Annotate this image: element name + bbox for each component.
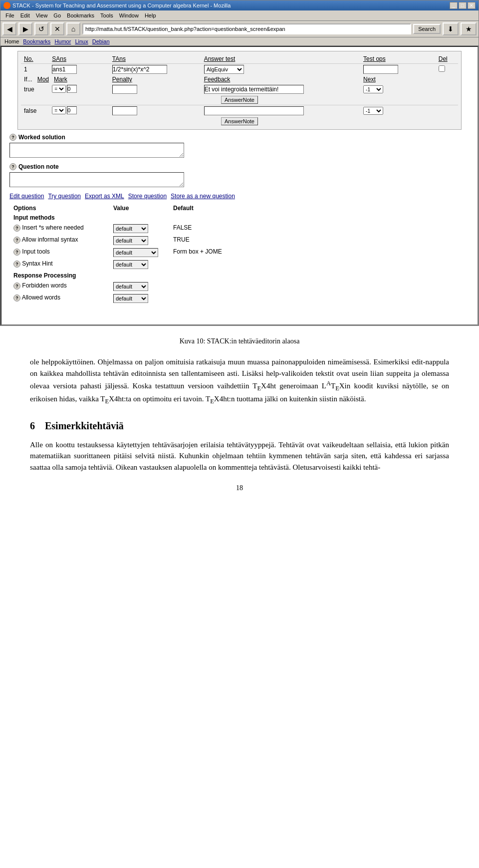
back-button[interactable]: ◀: [2, 22, 16, 35]
menu-bookmarks[interactable]: Bookmarks: [64, 11, 97, 19]
false-score-input[interactable]: [67, 106, 77, 114]
section-heading: 6 Esimerkkitehtäviä: [30, 418, 449, 433]
response-processing-label: Response Processing: [9, 271, 470, 281]
answer-note-button-2[interactable]: AnswerNote: [221, 117, 258, 125]
row1-tans: [109, 64, 201, 75]
true-feedback-input[interactable]: [204, 85, 304, 94]
worked-solution-section: ? Worked solution: [9, 134, 470, 159]
maximize-button[interactable]: □: [459, 2, 467, 9]
informal-syntax-help-icon[interactable]: ?: [13, 237, 20, 244]
false-row: false = -1: [21, 105, 458, 117]
worked-solution-input[interactable]: [9, 143, 184, 158]
true-eq-val: =: [49, 84, 109, 94]
menu-view[interactable]: View: [33, 11, 51, 19]
forward-button[interactable]: ▶: [18, 22, 32, 35]
home-button[interactable]: ⌂: [66, 22, 80, 35]
stop-button[interactable]: ✕: [50, 22, 64, 35]
test-ops-input[interactable]: [363, 65, 398, 74]
body-paragraph-1: ole helppokäyttöinen. Ohjelmassa on palj…: [30, 356, 449, 406]
bookmarks-bar: Home Bookmarks Humor Linux Debian: [0, 37, 479, 46]
false-label: false: [21, 105, 49, 117]
list-item: ? Insert *s where needed default FALSE: [9, 223, 470, 235]
input-tools-select[interactable]: default: [113, 248, 158, 257]
window-title: STACK - System for Teaching and Assessme…: [12, 2, 231, 8]
body-paragraph-2: Alle on koottu testauksessa käytettyjen …: [30, 439, 449, 473]
edit-question-link[interactable]: Edit question: [9, 193, 44, 200]
syntax-hint-default: [169, 259, 470, 271]
input-methods-label: Input methods: [9, 213, 470, 223]
forbidden-words-select[interactable]: default: [113, 282, 148, 291]
insert-star-help-icon[interactable]: ?: [13, 225, 20, 232]
sans-input[interactable]: [52, 65, 77, 74]
informal-syntax-default: TRUE: [169, 235, 470, 247]
true-score-input[interactable]: [67, 85, 77, 93]
menu-tools[interactable]: Tools: [97, 11, 116, 19]
home-bookmark[interactable]: Home: [4, 38, 19, 44]
default-col-header: Default: [169, 204, 470, 213]
true-eq-select[interactable]: =: [52, 85, 66, 93]
linux-bookmark[interactable]: Linux: [75, 38, 88, 44]
bookmark-button[interactable]: ★: [461, 22, 477, 35]
menu-window[interactable]: Window: [116, 11, 142, 19]
allowed-words-help-icon[interactable]: ?: [13, 294, 20, 301]
false-next-select[interactable]: -1: [363, 107, 383, 115]
answer-test-select[interactable]: AlgEquiv: [204, 65, 244, 74]
answer-note-button-1[interactable]: AnswerNote: [221, 96, 258, 104]
bookmarks-bookmark[interactable]: Bookmarks: [23, 38, 50, 44]
input-tools-help-icon[interactable]: ?: [13, 249, 20, 256]
syntax-hint-help-icon[interactable]: ?: [13, 261, 20, 268]
allowed-words-default: [169, 292, 470, 304]
response-processing-header-row: Response Processing: [9, 271, 470, 281]
menu-edit[interactable]: Edit: [17, 11, 33, 19]
menu-file[interactable]: File: [2, 11, 17, 19]
browser-window: STACK - System for Teaching and Assessme…: [0, 0, 479, 326]
store-question-link[interactable]: Store question: [128, 193, 167, 200]
question-note-input[interactable]: [9, 172, 184, 187]
forbidden-words-default: [169, 281, 470, 292]
section-title: Esimerkkitehtäviä: [45, 420, 124, 431]
close-button[interactable]: ✕: [468, 2, 476, 9]
store-new-question-link[interactable]: Store as a new question: [171, 193, 235, 200]
list-item: ? Allowed words default: [9, 292, 470, 304]
syntax-hint-select[interactable]: default: [113, 260, 148, 269]
insert-star-select[interactable]: default: [113, 224, 148, 233]
input-methods-header-row: Input methods: [9, 213, 470, 223]
figure-caption: Kuva 10: STACK:in tehtäväeditorin alaosa: [30, 336, 449, 346]
stack-form: No. SAns TAns Answer test Test ops Del 1: [1, 47, 478, 308]
true-next-select[interactable]: -1: [363, 85, 383, 93]
worked-solution-help-icon[interactable]: ?: [9, 134, 16, 141]
question-note-help-icon[interactable]: ?: [9, 163, 16, 170]
answer-table: No. SAns TAns Answer test Test ops Del 1: [21, 54, 458, 126]
true-row: true = -1: [21, 84, 458, 95]
col-del: Del: [436, 54, 458, 64]
false-eq-select[interactable]: =: [52, 106, 66, 114]
true-penalty-input[interactable]: [112, 85, 137, 94]
answer-table-container: No. SAns TAns Answer test Test ops Del 1: [17, 51, 462, 130]
export-xml-link[interactable]: Export as XML: [85, 193, 124, 200]
mod-label: Mod: [37, 76, 49, 83]
menu-go[interactable]: Go: [50, 11, 64, 19]
insert-star-default: FALSE: [169, 223, 470, 235]
menu-bar: File Edit View Go Bookmarks Tools Window…: [0, 10, 479, 21]
menu-help[interactable]: Help: [142, 11, 159, 19]
forbidden-words-help-icon[interactable]: ?: [13, 283, 20, 289]
debian-bookmark[interactable]: Debian: [92, 38, 110, 44]
search-button[interactable]: Search: [413, 24, 441, 34]
humor-bookmark[interactable]: Humor: [54, 38, 71, 44]
tans-input[interactable]: [112, 65, 167, 74]
download-button[interactable]: ⬇: [443, 22, 459, 35]
informal-syntax-select[interactable]: default: [113, 236, 148, 245]
allowed-words-select[interactable]: default: [113, 294, 148, 303]
col-no: No.: [21, 54, 49, 64]
reload-button[interactable]: ↺: [34, 22, 48, 35]
false-penalty-input[interactable]: [112, 106, 137, 115]
minimize-button[interactable]: _: [450, 2, 458, 9]
col-answer-test: Answer test: [201, 54, 360, 64]
false-feedback-input[interactable]: [204, 106, 304, 115]
del-checkbox[interactable]: [439, 65, 445, 72]
edit-links-row: Edit question Try question Export as XML…: [9, 193, 470, 200]
col-tans: TAns: [109, 54, 201, 64]
penalty-header: Penalty: [109, 75, 201, 84]
try-question-link[interactable]: Try question: [48, 193, 81, 200]
address-text[interactable]: http://matta.hut.fi/STACK/question_bank.…: [85, 26, 285, 32]
